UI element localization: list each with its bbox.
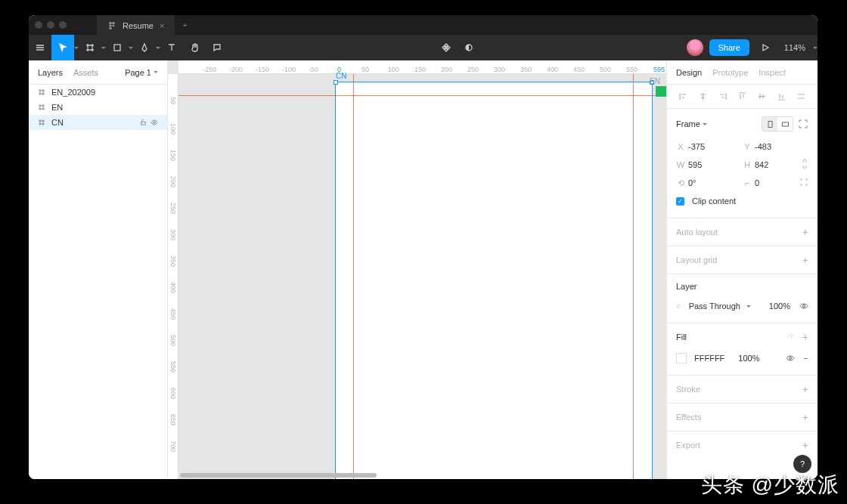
independent-corners[interactable]: [799, 178, 808, 188]
fill-hex[interactable]: FFFFFF: [694, 354, 724, 363]
close-dot[interactable]: [35, 21, 42, 29]
tab-bar: Resume × +: [29, 15, 818, 35]
distribute[interactable]: [796, 91, 808, 103]
close-tab-icon[interactable]: ×: [160, 21, 164, 30]
svg-rect-10: [782, 122, 788, 126]
guide-v-left[interactable]: [353, 74, 354, 479]
canvas[interactable]: -250 -200 -150 -100 -50 0 50 100 150 200…: [168, 60, 666, 479]
present-button[interactable]: [754, 35, 777, 60]
frame-section: Frame X-375Y-483 W595H842 ⟲0°⌐0 Clip con…: [667, 109, 818, 218]
menu-button[interactable]: [29, 35, 51, 60]
document-tab[interactable]: Resume ×: [97, 15, 175, 35]
guide-h-top[interactable]: [178, 95, 666, 96]
blend-mode[interactable]: Pass Through: [689, 301, 740, 311]
comment-tool[interactable]: [206, 35, 228, 60]
inspect-tab[interactable]: Inspect: [759, 68, 785, 77]
en-frame-sliver[interactable]: [656, 86, 666, 97]
add-layoutgrid[interactable]: +: [802, 254, 808, 266]
component-icon[interactable]: [435, 35, 458, 60]
max-dot[interactable]: [59, 21, 67, 29]
visible-icon[interactable]: [150, 119, 158, 126]
blend-icon: ○: [676, 301, 681, 311]
layer-visible-icon[interactable]: [799, 301, 808, 311]
add-effect[interactable]: +: [802, 411, 808, 423]
layer-opacity[interactable]: 100%: [769, 301, 790, 311]
mask-icon[interactable]: [458, 35, 480, 60]
clip-checkbox[interactable]: [676, 197, 684, 206]
align-vcenter[interactable]: [756, 91, 768, 103]
effects-section[interactable]: Effects+: [667, 404, 818, 431]
h-value[interactable]: 842: [755, 160, 791, 169]
fill-style-icon[interactable]: ⁘: [788, 331, 795, 343]
horizontal-scrollbar[interactable]: [180, 473, 377, 478]
design-tab[interactable]: Design: [676, 68, 702, 77]
layer-cn[interactable]: CN: [29, 115, 167, 130]
align-right[interactable]: [716, 91, 728, 103]
toolbar: Share 114%: [29, 35, 818, 60]
orient-portrait[interactable]: [762, 117, 777, 131]
alignment-row: [667, 85, 818, 109]
tab-title: Resume: [123, 21, 154, 30]
right-panel: Design Prototype Inspect Frame X-375Y-48…: [666, 60, 818, 479]
corner-value[interactable]: 0: [755, 178, 791, 187]
layers-tab[interactable]: Layers: [38, 68, 63, 77]
add-autolayout[interactable]: +: [802, 226, 808, 238]
export-section[interactable]: Export+: [667, 431, 818, 459]
svg-point-12: [789, 357, 791, 360]
fill-swatch[interactable]: [676, 353, 687, 363]
new-tab-button[interactable]: +: [175, 20, 194, 29]
prototype-tab[interactable]: Prototype: [712, 68, 748, 77]
handle-nw[interactable]: [334, 80, 338, 85]
w-value[interactable]: 595: [688, 160, 724, 169]
zoom-level[interactable]: 114%: [777, 43, 813, 52]
assets-tab[interactable]: Assets: [73, 68, 98, 77]
align-bottom[interactable]: [776, 91, 788, 103]
constrain-icon[interactable]: [800, 159, 808, 171]
x-value[interactable]: -375: [688, 142, 724, 151]
svg-point-8: [154, 122, 155, 123]
remove-fill[interactable]: −: [804, 354, 808, 363]
fill-section: Fill⁘+ FFFFFF100%−: [667, 323, 818, 376]
left-panel: Layers Assets Page 1 EN_202009 EN CN: [29, 60, 168, 479]
add-fill[interactable]: +: [802, 331, 808, 343]
frame-tool[interactable]: [79, 35, 101, 60]
add-export[interactable]: +: [802, 439, 808, 451]
user-avatar[interactable]: [687, 39, 703, 56]
stroke-section[interactable]: Stroke+: [667, 376, 818, 404]
hand-tool[interactable]: [183, 35, 206, 60]
svg-rect-0: [109, 22, 112, 24]
y-value[interactable]: -483: [755, 142, 791, 151]
ruler-horizontal[interactable]: -250 -200 -150 -100 -50 0 50 100 150 200…: [178, 60, 666, 74]
svg-rect-4: [109, 27, 112, 29]
pen-tool[interactable]: [133, 35, 156, 60]
layer-en[interactable]: EN: [29, 100, 167, 115]
resize-to-fit[interactable]: [798, 119, 808, 129]
orient-landscape[interactable]: [777, 117, 793, 131]
zoom-chevron[interactable]: [813, 35, 818, 60]
ruler-vertical[interactable]: 50 100 150 200 250 300 350 400 450 500 5…: [168, 74, 178, 479]
svg-rect-2: [109, 24, 112, 26]
shape-tool[interactable]: [106, 35, 129, 60]
share-button[interactable]: Share: [709, 39, 749, 56]
layoutgrid-section[interactable]: Layout grid+: [667, 246, 818, 274]
rotation-value[interactable]: 0°: [688, 178, 724, 187]
layer-label: EN_202009: [51, 88, 95, 97]
page-selector[interactable]: Page 1: [125, 68, 158, 77]
selected-frame[interactable]: CN: [335, 82, 653, 479]
move-tool[interactable]: [51, 35, 74, 60]
unlock-icon[interactable]: [140, 119, 147, 125]
layer-en-202009[interactable]: EN_202009: [29, 85, 167, 100]
fill-visible-icon[interactable]: [786, 354, 795, 363]
text-tool[interactable]: [160, 35, 183, 60]
min-dot[interactable]: [47, 21, 54, 29]
fill-opacity[interactable]: 100%: [738, 354, 759, 363]
autolayout-section[interactable]: Auto layout+: [667, 218, 818, 246]
svg-rect-5: [114, 45, 120, 51]
layer-section: Layer ○Pass Through100%: [667, 274, 818, 323]
add-stroke[interactable]: +: [802, 383, 808, 395]
align-top[interactable]: [736, 91, 748, 103]
align-hcenter[interactable]: [697, 91, 709, 103]
frame-title[interactable]: Frame: [676, 119, 707, 128]
align-left[interactable]: [677, 91, 689, 103]
guide-v-right[interactable]: [633, 74, 634, 479]
